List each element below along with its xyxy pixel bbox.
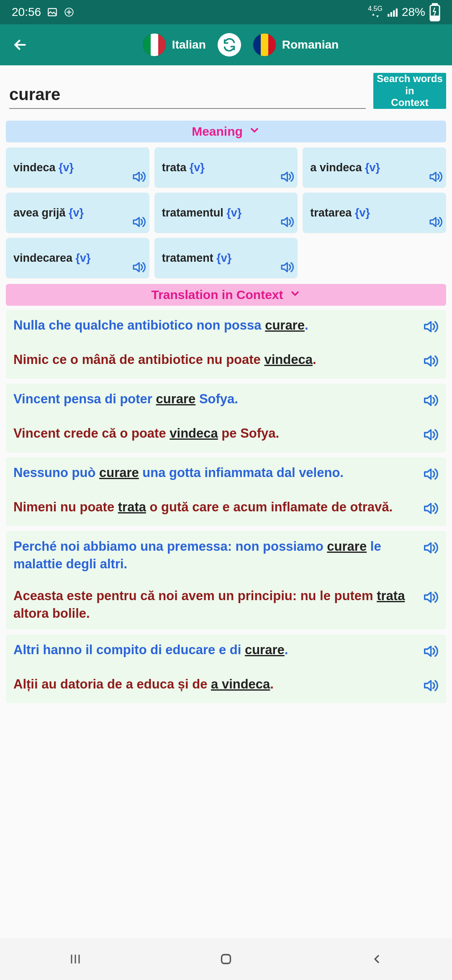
nav-back-button[interactable] [352, 949, 402, 970]
context-target-text: Alții au datoria de a educa și de a vind… [13, 676, 417, 693]
network-type: 4.5G [368, 5, 383, 19]
search-context-button[interactable]: Search words inContext [373, 73, 446, 109]
meaning-title: Meaning [192, 124, 243, 139]
context-card: Nulla che qualche antibiotico non possa … [6, 310, 446, 379]
speaker-icon[interactable] [131, 169, 146, 186]
svg-rect-12 [222, 955, 231, 964]
chevron-down-icon [289, 288, 301, 302]
image-icon [47, 7, 58, 18]
search-row: Search words inContext [0, 65, 452, 116]
context-card: Nessuno può curare una gotta infiammata … [6, 457, 446, 526]
speaker-icon[interactable] [428, 214, 443, 231]
context-card: Vincent pensa di poter curare Sofya.Vinc… [6, 384, 446, 452]
language-header: Italian Romanian [0, 24, 452, 65]
meaning-card[interactable]: tratamentul {v} [154, 193, 298, 233]
meaning-card[interactable]: trata {v} [154, 147, 298, 188]
target-language[interactable]: Romanian [253, 33, 339, 57]
context-card: Perché noi abbiamo una premessa: non pos… [6, 531, 446, 629]
context-title: Translation in Context [151, 288, 283, 302]
signal-icon [387, 7, 398, 18]
nav-home-button[interactable] [201, 949, 251, 970]
context-card: Altri hanno il compito di educare e di c… [6, 634, 446, 703]
speaker-icon[interactable] [422, 466, 439, 484]
context-target-text: Nimeni nu poate trata o gută care e acum… [13, 498, 417, 516]
svg-rect-3 [390, 12, 392, 17]
chevron-down-icon [249, 124, 260, 139]
svg-rect-4 [393, 10, 395, 17]
back-button[interactable] [8, 32, 33, 57]
meaning-word: trata {v} [162, 161, 205, 174]
meaning-word: vindecarea {v} [13, 252, 91, 265]
status-time: 20:56 [12, 5, 41, 19]
context-source-text: Vincent pensa di poter curare Sofya. [13, 390, 417, 408]
speaker-icon[interactable] [422, 353, 439, 371]
meaning-word: avea grijă {v} [13, 206, 84, 219]
speaker-icon[interactable] [279, 214, 294, 231]
context-list: Nulla che qualche antibiotico non possa … [6, 310, 446, 703]
meaning-card[interactable]: tratament {v} [154, 238, 298, 278]
speaker-icon[interactable] [422, 677, 439, 696]
speaker-icon[interactable] [422, 539, 439, 558]
status-bar: 20:56 4.5G 28% [0, 0, 452, 24]
speaker-icon[interactable] [131, 260, 146, 276]
meaning-word: vindeca {v} [13, 161, 74, 174]
speaker-icon[interactable] [422, 500, 439, 518]
meaning-section-header[interactable]: Meaning [6, 121, 446, 142]
speaker-icon[interactable] [279, 169, 294, 186]
compass-icon [64, 7, 74, 18]
svg-rect-8 [431, 16, 439, 20]
context-section-header[interactable]: Translation in Context [6, 284, 446, 306]
speaker-icon[interactable] [422, 318, 439, 337]
speaker-icon[interactable] [422, 643, 439, 661]
meaning-grid: vindeca {v}trata {v}a vindeca {v}avea gr… [6, 147, 446, 278]
battery-icon [429, 7, 440, 18]
nav-recents-button[interactable] [50, 949, 100, 970]
source-language[interactable]: Italian [143, 33, 206, 57]
speaker-icon[interactable] [422, 392, 439, 410]
meaning-card[interactable]: vindecarea {v} [6, 238, 149, 278]
flag-italy-icon [143, 33, 166, 57]
meaning-card[interactable]: a vindeca {v} [303, 147, 446, 188]
flag-romania-icon [253, 33, 276, 57]
context-target-text: Vincent crede că o poate vindeca pe Sofy… [13, 425, 417, 442]
speaker-icon[interactable] [422, 589, 439, 607]
context-source-text: Nessuno può curare una gotta infiammata … [13, 464, 417, 482]
meaning-word: tratament {v} [162, 252, 232, 265]
battery-percent: 28% [402, 5, 425, 19]
target-language-label: Romanian [282, 38, 339, 52]
meaning-card[interactable]: avea grijă {v} [6, 193, 149, 233]
meaning-word: a vindeca {v} [310, 161, 380, 174]
context-source-text: Nulla che qualche antibiotico non possa … [13, 317, 417, 334]
speaker-icon[interactable] [422, 426, 439, 445]
context-source-text: Altri hanno il compito di educare e di c… [13, 641, 417, 659]
system-nav-bar [0, 938, 452, 980]
speaker-icon[interactable] [131, 214, 146, 231]
context-target-text: Aceasta este pentru că noi avem un princ… [13, 587, 417, 622]
meaning-card[interactable]: tratarea {v} [303, 193, 446, 233]
speaker-icon[interactable] [428, 169, 443, 186]
svg-rect-7 [432, 4, 437, 5]
speaker-icon[interactable] [279, 260, 294, 276]
meaning-word: tratamentul {v} [162, 206, 242, 219]
meaning-card[interactable]: vindeca {v} [6, 147, 149, 188]
meaning-word: tratarea {v} [310, 206, 370, 219]
search-input[interactable] [9, 83, 366, 109]
source-language-label: Italian [172, 38, 206, 52]
svg-rect-2 [388, 14, 389, 17]
context-target-text: Nimic ce o mână de antibiotice nu poate … [13, 351, 417, 369]
swap-languages-button[interactable] [218, 33, 241, 57]
svg-rect-5 [396, 8, 398, 17]
context-source-text: Perché noi abbiamo una premessa: non pos… [13, 538, 417, 573]
